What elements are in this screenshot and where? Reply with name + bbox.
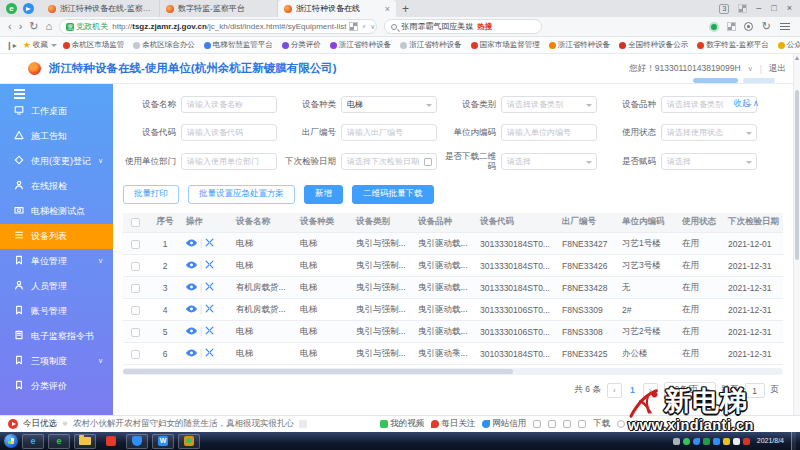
bookmark-item[interactable]: 国家市场监督管理 [471,40,540,50]
sidebar-item-账号管理[interactable]: 账号管理 [0,299,113,324]
sidebar-item-设备列表[interactable]: 设备列表 [0,224,113,249]
sidebar-item-电梯检测试点[interactable]: 电梯检测试点 [0,199,113,224]
maintain-icon[interactable] [205,304,214,315]
jump-page-input[interactable]: 1 [745,383,765,398]
collapse-filters-link[interactable]: 收起 ∧ [733,98,759,110]
select-all-checkbox[interactable] [131,218,140,227]
qr-batch-download-button[interactable]: 二维码批量下载 [352,185,434,204]
taskbar-wechat-icon[interactable] [178,434,200,449]
filter-select[interactable]: 请选择使用状态 [661,124,757,141]
home-icon[interactable]: ⌂ [46,21,53,32]
url-dropdown-icon[interactable]: ∨ [370,23,375,31]
menu-icon[interactable] [780,26,790,27]
new-tab-button[interactable]: + [402,2,409,16]
session-count-badge[interactable]: 3 [719,4,729,14]
bookmark-item[interactable]: 浙江省特种设备 [400,40,462,50]
tray-blue-icon[interactable] [713,438,720,445]
tab-close-icon[interactable]: × [385,4,390,14]
filter-select[interactable]: 请选择设备类别 [501,96,597,113]
next-page-button[interactable]: › [643,383,658,398]
bookmark-item[interactable]: 浙江省特种设备 [549,40,611,50]
bookmark-item[interactable]: 公众平台 [778,40,800,50]
bookmarks-panel-icon[interactable]: ❙▸ [6,40,17,51]
hscroll-thumb[interactable] [123,369,513,374]
bookmark-item[interactable]: 浙江省特种设备 [330,40,392,50]
batch-print-button[interactable]: 批量打印 [123,185,179,204]
row-checkbox[interactable] [131,350,140,359]
cursor-icon[interactable] [578,420,586,428]
tray-shield-icon[interactable] [703,438,710,445]
vertical-scrollbar[interactable] [793,54,800,415]
browser-search-box[interactable]: 张雨霏霸气回应美媒 热搜 [384,19,542,34]
browser-tab[interactable]: 数字特监-监察平台 [160,0,278,17]
bookmark-item[interactable]: 余杭区综合办公 [133,40,195,50]
tray-drop-icon[interactable] [693,438,700,445]
taskbar-clock[interactable]: 2021/8/4 [753,437,788,445]
maintain-icon[interactable] [205,326,214,337]
view-icon[interactable] [186,239,197,249]
lightning-icon[interactable]: ⚡ [361,23,366,31]
row-checkbox[interactable] [131,328,140,337]
emoji-icon[interactable] [563,420,571,428]
view-icon[interactable] [186,327,197,337]
news-headline[interactable]: 农村小伙解开农村留守妇女的随意生活，真相很现实很扎心 [73,418,294,430]
view-icon[interactable] [186,349,197,359]
tray-green-icon[interactable] [683,438,690,445]
vscroll-thumb[interactable] [795,90,799,260]
maintain-icon[interactable] [205,238,214,249]
sidebar-item-分类评价[interactable]: 分类评价 [0,374,113,399]
site-credit-link[interactable]: 网站信用 [482,418,526,430]
taskbar-explorer-icon[interactable] [74,434,96,449]
bookmark-item[interactable]: 数字特监-监察平台 [697,40,769,50]
sidebar-item-在线报检[interactable]: 在线报检 [0,174,113,199]
maintain-icon[interactable] [205,260,214,271]
tray-yellow-icon[interactable] [723,438,730,445]
browser-logo-icon[interactable]: e [6,3,17,14]
sidebar-item-人员管理[interactable]: 人员管理 [0,274,113,299]
maintain-icon[interactable] [205,282,214,293]
batch-plan-button[interactable]: 批量设置应急处置方案 [188,185,295,204]
url-field[interactable]: 党党政机关 http://tsgz.zjamr.zj.gov.cn/jc_kh/… [59,19,377,34]
taskbar-360browser-icon[interactable]: e [48,434,70,449]
view-icon[interactable] [186,305,197,315]
current-page[interactable]: 1 [628,385,637,395]
extensions-icon[interactable] [350,23,357,30]
tray-flag-icon[interactable] [743,438,750,445]
safety-icon[interactable] [709,22,719,32]
news-badge[interactable]: 今日优选 [23,418,57,430]
add-button[interactable]: 新增 [304,185,343,204]
close-button[interactable]: × [787,4,792,13]
sidebar-item-使用(变更)登记[interactable]: 使用(变更)登记∨ [0,149,113,174]
my-videos-link[interactable]: 我的视频 [380,418,424,430]
filter-select[interactable]: 请选择 [501,153,597,170]
prev-page-button[interactable]: ‹ [607,383,622,398]
apps-grid-icon[interactable] [728,23,735,30]
daily-follow-link[interactable]: 每日关注 [431,418,475,430]
sidebar-item-施工告知[interactable]: 施工告知 [0,124,113,149]
filter-select[interactable]: 请选择下次检验日期 [341,153,437,170]
sidebar-item-工作桌面[interactable]: 工作桌面 [0,99,113,124]
maximize-button[interactable]: □ [771,4,776,13]
back-icon[interactable]: ‹ [8,21,12,32]
start-button[interactable] [4,434,18,448]
row-checkbox[interactable] [131,240,140,249]
row-checkbox[interactable] [131,262,140,271]
filter-input[interactable]: 请输入出厂编号 [341,124,437,141]
paper-plane-icon[interactable] [23,3,34,14]
bookmark-item[interactable]: 分类评价 [282,40,321,50]
scroll-up-icon[interactable] [795,56,799,60]
bookmark-item[interactable]: 全国特种设备公示 [619,40,688,50]
forward-icon[interactable]: › [19,21,23,32]
layout-icon[interactable] [739,5,746,12]
page-size-select[interactable]: 10条/页 [664,382,716,398]
filter-select[interactable]: 请选择 [661,153,757,170]
sidebar-item-电子监察指令书[interactable]: 电子监察指令书 [0,324,113,349]
view-icon[interactable] [186,261,197,271]
history-icon[interactable]: ↻ [762,21,771,32]
filter-input[interactable]: 请输入使用单位部门 [181,153,277,170]
speaker-icon[interactable] [617,420,625,428]
refresh-icon[interactable]: ↻ [29,21,38,32]
filter-input[interactable]: 请输入单位内编号 [501,124,597,141]
filter-select[interactable]: 电梯 [341,96,437,113]
horizontal-scrollbar[interactable] [123,368,783,375]
